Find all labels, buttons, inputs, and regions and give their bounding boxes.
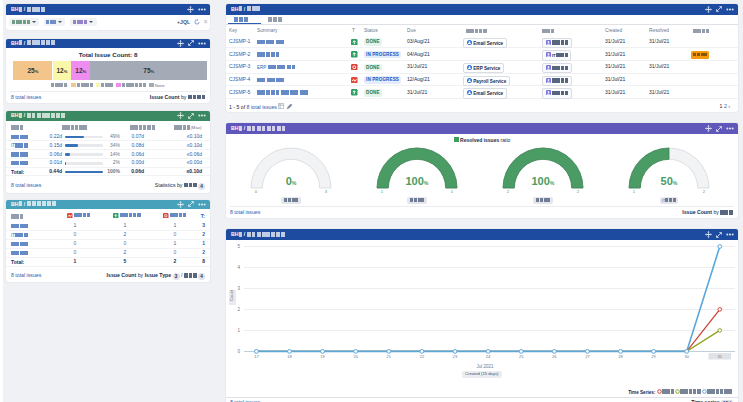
svg-text:23: 23 [453,354,458,359]
svg-text:21: 21 [387,354,392,359]
svg-text:29: 29 [651,354,656,359]
svg-text:25: 25 [519,354,524,359]
svg-text:3: 3 [237,286,240,291]
svg-text:27: 27 [585,354,590,359]
svg-text:4: 4 [237,265,240,270]
svg-text:0: 0 [237,349,240,354]
svg-text:24: 24 [486,354,491,359]
svg-text:2: 2 [237,307,240,312]
svg-text:28: 28 [618,354,623,359]
svg-text:Count: Count [229,289,234,301]
svg-text:1: 1 [237,328,240,333]
svg-text:30: 30 [684,354,689,359]
svg-text:5: 5 [237,244,240,249]
svg-text:31: 31 [718,354,723,359]
svg-text:17: 17 [254,354,259,359]
svg-text:19: 19 [320,354,325,359]
svg-text:20: 20 [353,354,358,359]
svg-text:Jul 2021: Jul 2021 [476,364,494,369]
svg-text:22: 22 [420,354,425,359]
svg-text:18: 18 [287,354,292,359]
svg-text:26: 26 [552,354,557,359]
